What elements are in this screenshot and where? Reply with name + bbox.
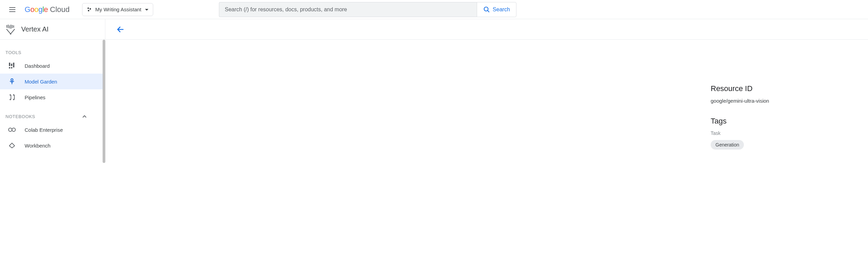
- search-button-label: Search: [493, 7, 510, 13]
- svg-point-11: [10, 33, 11, 35]
- scrollbar-thumb[interactable]: [103, 40, 105, 163]
- project-name: My Writing Assistant: [95, 7, 142, 12]
- google-cloud-logo[interactable]: Google Cloud: [25, 5, 70, 14]
- dashboard-icon: [8, 62, 16, 69]
- section-notebooks-label[interactable]: NOTEBOOKS: [0, 111, 103, 122]
- sidebar-scrollbar[interactable]: [103, 40, 105, 163]
- svg-point-0: [87, 7, 89, 9]
- tag-chip[interactable]: Generation: [711, 140, 744, 150]
- svg-rect-5: [6, 25, 7, 28]
- svg-point-2: [88, 10, 89, 11]
- resource-id-value: google/gemini-ultra-vision: [711, 98, 854, 104]
- svg-rect-8: [11, 25, 11, 29]
- top-header: Google Cloud My Writing Assistant Search: [0, 0, 868, 19]
- product-title: Vertex AI: [21, 25, 49, 33]
- sidebar-item-label: Workbench: [25, 143, 51, 149]
- sub-header: Vertex AI: [0, 19, 868, 40]
- hamburger-icon: [8, 5, 16, 14]
- logo-cloud-text: Cloud: [50, 5, 69, 14]
- svg-rect-9: [12, 25, 13, 28]
- back-arrow-icon: [116, 25, 124, 34]
- svg-line-4: [487, 10, 489, 12]
- task-label: Task: [711, 130, 854, 136]
- svg-rect-6: [8, 25, 9, 28]
- sidebar-item-workbench[interactable]: Workbench: [0, 138, 103, 153]
- pipelines-icon: [8, 93, 16, 101]
- sidebar-item-label: Model Garden: [25, 79, 57, 85]
- tags-heading: Tags: [711, 117, 854, 126]
- svg-point-18: [12, 128, 15, 131]
- sidebar-item-dashboard[interactable]: Dashboard: [0, 58, 103, 74]
- svg-point-17: [9, 128, 12, 131]
- svg-rect-16: [11, 67, 12, 68]
- sidebar-item-pipelines[interactable]: Pipelines: [0, 89, 103, 105]
- chevron-up-icon[interactable]: [82, 114, 97, 119]
- back-button[interactable]: [114, 23, 127, 36]
- page-body: TOOLS Dashboard Model Garden Pipelines N…: [0, 40, 868, 163]
- search-container: Search: [219, 2, 516, 17]
- search-input[interactable]: [225, 7, 471, 13]
- svg-rect-13: [11, 64, 12, 66]
- model-garden-icon: [8, 78, 16, 85]
- dropdown-caret-icon: [145, 7, 149, 12]
- svg-point-3: [484, 7, 488, 11]
- workbench-icon: [8, 142, 16, 149]
- main-left: [119, 53, 711, 150]
- svg-rect-12: [9, 63, 10, 66]
- svg-rect-7: [9, 25, 10, 28]
- colab-icon: [8, 126, 16, 133]
- sidebar: TOOLS Dashboard Model Garden Pipelines N…: [0, 40, 103, 163]
- sub-header-toolbar: [105, 19, 127, 39]
- sidebar-item-label: Colab Enterprise: [25, 127, 63, 133]
- sidebar-item-label: Pipelines: [25, 94, 45, 100]
- section-tools-label: TOOLS: [0, 47, 103, 58]
- logo-google-text: Google: [25, 5, 48, 14]
- resource-id-heading: Resource ID: [711, 84, 854, 93]
- svg-rect-15: [9, 67, 10, 68]
- sidebar-item-colab-enterprise[interactable]: Colab Enterprise: [0, 122, 103, 138]
- section-notebooks-text: NOTEBOOKS: [5, 114, 35, 119]
- project-dots-icon: [87, 7, 92, 12]
- search-box[interactable]: [219, 2, 476, 17]
- detail-panel: Resource ID google/gemini-ultra-vision T…: [711, 53, 854, 150]
- svg-rect-10: [13, 25, 14, 28]
- svg-rect-14: [13, 63, 14, 67]
- hamburger-menu[interactable]: [4, 1, 21, 18]
- search-button[interactable]: Search: [477, 2, 517, 17]
- svg-point-1: [89, 8, 91, 9]
- sidebar-item-label: Dashboard: [25, 63, 50, 69]
- product-header: Vertex AI: [0, 19, 105, 39]
- search-icon: [483, 6, 490, 13]
- vertex-ai-icon: [5, 24, 16, 35]
- main-content: Resource ID google/gemini-ultra-vision T…: [105, 40, 868, 163]
- sidebar-item-model-garden[interactable]: Model Garden: [0, 74, 103, 89]
- project-selector[interactable]: My Writing Assistant: [82, 3, 154, 16]
